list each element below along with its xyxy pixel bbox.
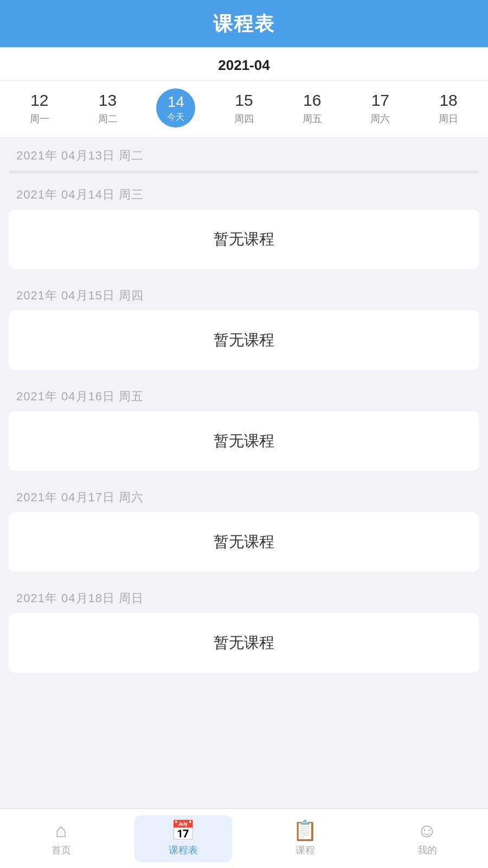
day-cell-18[interactable]: 18周日 [419,91,478,125]
no-course-card-2: 暂无课程 [9,310,479,370]
schedule-section-0: 2021年 04月13日 周二 [0,138,488,174]
nav-item-我的[interactable]: ☺我的 [378,815,476,862]
day-cell-12[interactable]: 12周一 [10,91,69,125]
day-label-16: 周五 [303,112,322,125]
schedule-section-3: 2021年 04月16日 周五暂无课程 [0,379,488,471]
schedule-section-5: 2021年 04月18日 周日暂无课程 [0,580,488,673]
schedule-content: 2021年 04月13日 周二2021年 04月14日 周三暂无课程2021年 … [0,138,488,868]
nav-icon-课程: 📋 [293,821,317,840]
no-course-card-5: 暂无课程 [9,613,479,673]
section-date-2: 2021年 04月15日 周四 [0,278,488,310]
day-label-15: 周四 [234,112,254,125]
day-cell-17[interactable]: 17周六 [350,91,410,125]
header-title: 课程表 [213,12,275,35]
nav-label-课程表: 课程表 [169,844,198,857]
no-course-card-3: 暂无课程 [9,411,479,471]
month-label: 2021-04 [218,57,269,73]
day-number-17: 17 [371,91,389,110]
day-number-18: 18 [439,91,457,110]
no-course-text-4: 暂无课程 [214,532,274,552]
section-date-1: 2021年 04月14日 周三 [0,177,488,209]
bottom-nav: ⌂首页📅课程表📋课程☺我的 [0,808,488,868]
no-course-text-3: 暂无课程 [214,431,274,451]
nav-icon-课程表: 📅 [171,821,195,840]
week-strip: 12周一13周二14今天15周四16周五17周六18周日 [0,81,488,138]
day-number-16: 16 [303,91,321,110]
day-cell-13[interactable]: 13周二 [78,91,138,125]
nav-label-我的: 我的 [418,844,437,857]
no-course-text-2: 暂无课程 [214,330,274,350]
schedule-section-1: 2021年 04月14日 周三暂无课程 [0,177,488,269]
section-date-5: 2021年 04月18日 周日 [0,580,488,613]
nav-item-首页[interactable]: ⌂首页 [12,815,110,862]
day-number-15: 15 [235,91,253,110]
day-cell-14[interactable]: 14今天 [146,88,206,127]
day-label-17: 周六 [370,112,390,125]
nav-icon-首页: ⌂ [55,821,67,840]
section-date-0: 2021年 04月13日 周二 [0,138,488,170]
section-date-3: 2021年 04月16日 周五 [0,379,488,411]
day-number-13: 13 [99,91,117,110]
schedule-section-2: 2021年 04月15日 周四暂无课程 [0,278,488,370]
nav-item-课程表[interactable]: 📅课程表 [134,815,232,862]
no-course-card-1: 暂无课程 [9,209,479,269]
no-course-text-5: 暂无课程 [214,633,274,653]
month-display[interactable]: 2021-04 [0,47,488,81]
nav-item-课程[interactable]: 📋课程 [256,815,354,862]
section-divider-0 [9,170,479,174]
day-cell-15[interactable]: 15周四 [214,91,274,125]
day-number-14: 14 [168,93,184,111]
day-label-13: 周二 [98,112,118,125]
no-course-card-4: 暂无课程 [9,512,479,572]
day-label-12: 周一 [30,112,49,125]
day-label-14: 今天 [167,112,184,123]
nav-label-课程: 课程 [296,844,315,857]
app-header: 课程表 [0,0,488,47]
day-label-18: 周日 [439,112,458,125]
schedule-section-4: 2021年 04月17日 周六暂无课程 [0,480,488,572]
day-number-12: 12 [30,91,48,110]
section-date-4: 2021年 04月17日 周六 [0,480,488,512]
day-cell-16[interactable]: 16周五 [282,91,342,125]
nav-icon-我的: ☺ [417,821,437,840]
nav-label-首页: 首页 [52,844,71,857]
no-course-text-1: 暂无课程 [214,229,274,250]
